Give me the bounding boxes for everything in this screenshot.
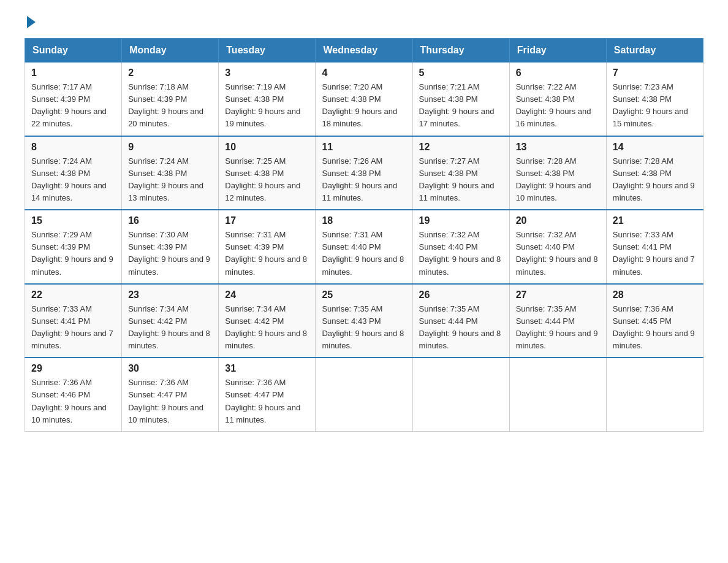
day-info: Sunrise: 7:28 AMSunset: 4:38 PMDaylight:… <box>516 156 591 202</box>
day-info: Sunrise: 7:34 AMSunset: 4:42 PMDaylight:… <box>128 304 210 350</box>
calendar-cell: 17 Sunrise: 7:31 AMSunset: 4:39 PMDaylig… <box>219 210 316 284</box>
day-number: 19 <box>419 215 503 226</box>
calendar-cell: 18 Sunrise: 7:31 AMSunset: 4:40 PMDaylig… <box>316 210 412 284</box>
day-number: 5 <box>419 67 503 79</box>
calendar-cell: 7 Sunrise: 7:23 AMSunset: 4:38 PMDayligh… <box>606 63 703 136</box>
calendar-cell: 25 Sunrise: 7:35 AMSunset: 4:43 PMDaylig… <box>316 284 412 358</box>
calendar-cell: 22 Sunrise: 7:33 AMSunset: 4:41 PMDaylig… <box>25 284 122 358</box>
day-info: Sunrise: 7:20 AMSunset: 4:38 PMDaylight:… <box>322 82 397 128</box>
day-info: Sunrise: 7:31 AMSunset: 4:39 PMDaylight:… <box>225 230 307 276</box>
calendar-cell <box>412 358 509 431</box>
day-number: 29 <box>31 363 115 374</box>
calendar-cell: 16 Sunrise: 7:30 AMSunset: 4:39 PMDaylig… <box>122 210 219 284</box>
calendar-week-row: 29 Sunrise: 7:36 AMSunset: 4:46 PMDaylig… <box>25 358 703 431</box>
day-info: Sunrise: 7:36 AMSunset: 4:47 PMDaylight:… <box>128 378 203 424</box>
day-info: Sunrise: 7:22 AMSunset: 4:38 PMDaylight:… <box>516 82 591 128</box>
calendar-cell: 29 Sunrise: 7:36 AMSunset: 4:46 PMDaylig… <box>25 358 122 431</box>
calendar-cell: 11 Sunrise: 7:26 AMSunset: 4:38 PMDaylig… <box>316 136 412 210</box>
day-info: Sunrise: 7:25 AMSunset: 4:38 PMDaylight:… <box>225 156 300 202</box>
header-thursday: Thursday <box>412 39 509 63</box>
day-info: Sunrise: 7:36 AMSunset: 4:47 PMDaylight:… <box>225 378 300 424</box>
calendar-cell: 19 Sunrise: 7:32 AMSunset: 4:40 PMDaylig… <box>412 210 509 284</box>
header-sunday: Sunday <box>25 39 122 63</box>
day-number: 10 <box>225 142 309 153</box>
logo-triangle-icon <box>27 16 36 28</box>
day-number: 3 <box>225 67 309 79</box>
day-info: Sunrise: 7:36 AMSunset: 4:46 PMDaylight:… <box>31 378 107 424</box>
header-wednesday: Wednesday <box>316 39 412 63</box>
day-info: Sunrise: 7:32 AMSunset: 4:40 PMDaylight:… <box>419 230 501 276</box>
calendar-cell: 27 Sunrise: 7:35 AMSunset: 4:44 PMDaylig… <box>509 284 606 358</box>
calendar-cell: 12 Sunrise: 7:27 AMSunset: 4:38 PMDaylig… <box>412 136 509 210</box>
page-header <box>25 18 703 26</box>
calendar-table: SundayMondayTuesdayWednesdayThursdayFrid… <box>25 38 703 432</box>
day-number: 7 <box>613 67 697 79</box>
calendar-cell: 21 Sunrise: 7:33 AMSunset: 4:41 PMDaylig… <box>606 210 703 284</box>
calendar-cell: 8 Sunrise: 7:24 AMSunset: 4:38 PMDayligh… <box>25 136 122 210</box>
day-info: Sunrise: 7:17 AMSunset: 4:39 PMDaylight:… <box>31 82 107 128</box>
day-info: Sunrise: 7:33 AMSunset: 4:41 PMDaylight:… <box>31 304 113 350</box>
header-tuesday: Tuesday <box>219 39 316 63</box>
calendar-cell: 10 Sunrise: 7:25 AMSunset: 4:38 PMDaylig… <box>219 136 316 210</box>
calendar-cell: 1 Sunrise: 7:17 AMSunset: 4:39 PMDayligh… <box>25 63 122 136</box>
calendar-week-row: 22 Sunrise: 7:33 AMSunset: 4:41 PMDaylig… <box>25 284 703 358</box>
day-info: Sunrise: 7:36 AMSunset: 4:45 PMDaylight:… <box>613 304 695 350</box>
calendar-header-row: SundayMondayTuesdayWednesdayThursdayFrid… <box>25 39 703 63</box>
day-number: 30 <box>128 363 212 374</box>
day-info: Sunrise: 7:28 AMSunset: 4:38 PMDaylight:… <box>613 156 695 202</box>
day-info: Sunrise: 7:35 AMSunset: 4:44 PMDaylight:… <box>419 304 501 350</box>
calendar-cell: 4 Sunrise: 7:20 AMSunset: 4:38 PMDayligh… <box>316 63 412 136</box>
day-number: 23 <box>128 289 212 301</box>
day-number: 4 <box>322 67 406 79</box>
calendar-cell: 23 Sunrise: 7:34 AMSunset: 4:42 PMDaylig… <box>122 284 219 358</box>
day-number: 20 <box>516 215 600 226</box>
calendar-cell: 9 Sunrise: 7:24 AMSunset: 4:38 PMDayligh… <box>122 136 219 210</box>
day-number: 24 <box>225 289 309 301</box>
calendar-cell: 15 Sunrise: 7:29 AMSunset: 4:39 PMDaylig… <box>25 210 122 284</box>
day-number: 8 <box>31 142 115 153</box>
day-info: Sunrise: 7:19 AMSunset: 4:38 PMDaylight:… <box>225 82 300 128</box>
day-number: 1 <box>31 67 115 79</box>
day-number: 28 <box>613 289 697 301</box>
day-number: 6 <box>516 67 600 79</box>
header-monday: Monday <box>122 39 219 63</box>
day-number: 2 <box>128 67 212 79</box>
day-number: 13 <box>516 142 600 153</box>
calendar-cell <box>316 358 412 431</box>
calendar-week-row: 15 Sunrise: 7:29 AMSunset: 4:39 PMDaylig… <box>25 210 703 284</box>
calendar-week-row: 8 Sunrise: 7:24 AMSunset: 4:38 PMDayligh… <box>25 136 703 210</box>
calendar-cell: 3 Sunrise: 7:19 AMSunset: 4:38 PMDayligh… <box>219 63 316 136</box>
day-number: 27 <box>516 289 600 301</box>
day-info: Sunrise: 7:18 AMSunset: 4:39 PMDaylight:… <box>128 82 203 128</box>
calendar-cell: 13 Sunrise: 7:28 AMSunset: 4:38 PMDaylig… <box>509 136 606 210</box>
day-number: 21 <box>613 215 697 226</box>
day-number: 15 <box>31 215 115 226</box>
calendar-cell <box>509 358 606 431</box>
calendar-cell: 2 Sunrise: 7:18 AMSunset: 4:39 PMDayligh… <box>122 63 219 136</box>
day-number: 26 <box>419 289 503 301</box>
day-number: 22 <box>31 289 115 301</box>
day-info: Sunrise: 7:33 AMSunset: 4:41 PMDaylight:… <box>613 230 695 276</box>
day-info: Sunrise: 7:30 AMSunset: 4:39 PMDaylight:… <box>128 230 210 276</box>
day-number: 16 <box>128 215 212 226</box>
calendar-cell: 31 Sunrise: 7:36 AMSunset: 4:47 PMDaylig… <box>219 358 316 431</box>
header-friday: Friday <box>509 39 606 63</box>
day-info: Sunrise: 7:31 AMSunset: 4:40 PMDaylight:… <box>322 230 404 276</box>
day-number: 14 <box>613 142 697 153</box>
day-number: 25 <box>322 289 406 301</box>
day-info: Sunrise: 7:35 AMSunset: 4:43 PMDaylight:… <box>322 304 404 350</box>
logo <box>25 18 36 26</box>
day-info: Sunrise: 7:21 AMSunset: 4:38 PMDaylight:… <box>419 82 495 128</box>
day-number: 18 <box>322 215 406 226</box>
calendar-cell: 20 Sunrise: 7:32 AMSunset: 4:40 PMDaylig… <box>509 210 606 284</box>
calendar-cell: 24 Sunrise: 7:34 AMSunset: 4:42 PMDaylig… <box>219 284 316 358</box>
logo-text <box>25 18 36 28</box>
day-info: Sunrise: 7:32 AMSunset: 4:40 PMDaylight:… <box>516 230 598 276</box>
day-info: Sunrise: 7:29 AMSunset: 4:39 PMDaylight:… <box>31 230 113 276</box>
calendar-cell: 26 Sunrise: 7:35 AMSunset: 4:44 PMDaylig… <box>412 284 509 358</box>
calendar-cell: 28 Sunrise: 7:36 AMSunset: 4:45 PMDaylig… <box>606 284 703 358</box>
day-info: Sunrise: 7:24 AMSunset: 4:38 PMDaylight:… <box>128 156 203 202</box>
day-info: Sunrise: 7:35 AMSunset: 4:44 PMDaylight:… <box>516 304 598 350</box>
calendar-cell: 6 Sunrise: 7:22 AMSunset: 4:38 PMDayligh… <box>509 63 606 136</box>
day-number: 9 <box>128 142 212 153</box>
